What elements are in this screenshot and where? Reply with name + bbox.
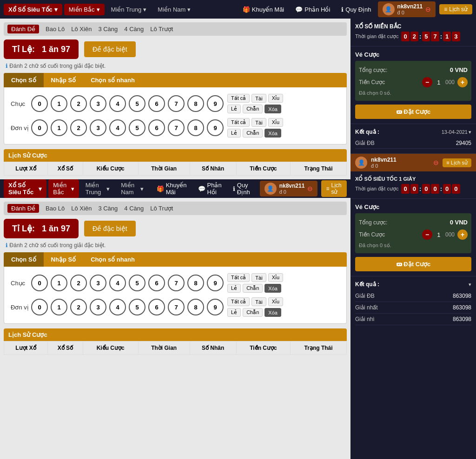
minus-btn-2[interactable]: −: [422, 230, 432, 240]
chuc2-tat-ca[interactable]: Tất cả: [227, 273, 250, 282]
history-button-2[interactable]: ≡ Lịch sử: [321, 180, 347, 197]
chuc2-xoa[interactable]: Xóa: [264, 284, 281, 293]
chuc-tat-ca[interactable]: Tất cả: [227, 94, 250, 103]
minus-btn-1[interactable]: −: [422, 77, 432, 87]
result-dropdown-2[interactable]: ▾: [469, 282, 471, 288]
remove-icon-2[interactable]: ⊖: [307, 185, 313, 192]
ball2-chuc-5[interactable]: 5: [129, 275, 145, 291]
nav2-khuyen-mai[interactable]: 🎁 Khuyến Mãi: [152, 179, 192, 198]
ball-dv-3[interactable]: 3: [90, 119, 106, 136]
chuc-xiu[interactable]: Xỉu: [268, 94, 283, 103]
plus-btn-2[interactable]: +: [457, 230, 468, 240]
ball2-chuc-8[interactable]: 8: [187, 275, 204, 291]
remove-icon[interactable]: ⊖: [425, 6, 431, 13]
ball-dv-7[interactable]: 7: [168, 119, 185, 136]
sub-nav-lo-xien[interactable]: Lô Xiên: [71, 26, 92, 33]
nav-quy-dinh[interactable]: ℹ Quy Định: [337, 4, 376, 15]
ball-dv-8[interactable]: 8: [187, 119, 204, 136]
ball-dv-5[interactable]: 5: [129, 119, 145, 136]
dv2-tai[interactable]: Tài: [251, 297, 266, 306]
sub-nav2-danh-de[interactable]: Đánh Đề: [7, 204, 39, 213]
chuc-xoa[interactable]: Xóa: [264, 105, 281, 113]
ball-chuc-5[interactable]: 5: [129, 95, 145, 112]
ball-chuc-7[interactable]: 7: [168, 95, 185, 112]
nav2-quy-dinh[interactable]: ℹ Quy Định: [228, 179, 258, 198]
sub-nav2-lo-xien[interactable]: Lô Xiên: [71, 205, 92, 212]
dv2-le[interactable]: Lẻ: [227, 308, 241, 317]
chuc2-chan[interactable]: Chẵn: [243, 284, 263, 293]
sub-nav-danh-de[interactable]: Đánh Đề: [7, 25, 39, 33]
ball2-dv-2[interactable]: 2: [70, 299, 87, 315]
ball2-chuc-3[interactable]: 3: [90, 275, 106, 291]
ball-dv-9[interactable]: 9: [207, 119, 224, 136]
sub-nav-bao-lo[interactable]: Bao Lô: [46, 26, 65, 33]
ball-dv-6[interactable]: 6: [148, 119, 165, 136]
dv-tat-ca[interactable]: Tất cả: [227, 118, 250, 127]
ball2-dv-6[interactable]: 6: [148, 299, 165, 315]
nav-khuyen-mai[interactable]: 🎁 Khuyến Mãi: [238, 4, 289, 15]
nav2-mien-nam[interactable]: Miền Nam ▾: [116, 179, 148, 198]
chuc2-xiu[interactable]: Xỉu: [268, 273, 283, 282]
ball2-chuc-6[interactable]: 6: [148, 275, 165, 291]
dv-le[interactable]: Lẻ: [227, 129, 241, 138]
ball-chuc-3[interactable]: 3: [90, 95, 106, 112]
ball2-chuc-9[interactable]: 9: [207, 275, 224, 291]
nav-mien-trung[interactable]: Miền Trung ▾: [106, 4, 152, 15]
sub-nav2-3cang[interactable]: 3 Càng: [98, 205, 118, 212]
ball2-dv-0[interactable]: 0: [31, 299, 48, 315]
ball-chuc-4[interactable]: 4: [109, 95, 126, 112]
result-date-1[interactable]: 13-04-2021 ▾: [442, 129, 471, 135]
ball-dv-2[interactable]: 2: [70, 119, 87, 136]
nav-phan-hoi[interactable]: 💬 Phản Hồi: [291, 4, 335, 15]
chuc2-tai[interactable]: Tài: [251, 273, 266, 282]
dv2-chan[interactable]: Chẵn: [243, 308, 263, 317]
ball-dv-0[interactable]: 0: [31, 119, 48, 136]
nav-brand-2[interactable]: Xổ Số Siêu Tốc ▾: [4, 179, 46, 198]
chuc2-le[interactable]: Lẻ: [227, 284, 241, 293]
remove-icon-rp2[interactable]: ⊖: [433, 159, 439, 166]
tab-nhap-so[interactable]: Nhập Số: [44, 73, 84, 87]
ball2-dv-7[interactable]: 7: [168, 299, 185, 315]
sub-nav2-bao-lo[interactable]: Bao Lô: [46, 205, 65, 212]
plus-btn-1[interactable]: +: [457, 77, 468, 87]
nav2-mien-bac[interactable]: Miền Bắc ▾: [48, 179, 79, 198]
ball2-chuc-7[interactable]: 7: [168, 275, 185, 291]
history-btn-rp2[interactable]: ≡ Lịch sử: [443, 158, 471, 167]
dat-cuoc-btn-2[interactable]: 🎟 Đặt Cược: [355, 257, 471, 271]
ball2-dv-4[interactable]: 4: [109, 299, 126, 315]
tab2-chon-so-nhanh[interactable]: Chọn số nhanh: [83, 252, 142, 267]
dv2-xiu[interactable]: Xỉu: [268, 297, 283, 306]
ball2-chuc-1[interactable]: 1: [51, 275, 67, 291]
ball2-dv-5[interactable]: 5: [129, 299, 145, 315]
chuc-tai[interactable]: Tài: [251, 94, 266, 103]
nav2-mien-trung[interactable]: Miền Trung ▾: [81, 179, 114, 198]
ball-chuc-0[interactable]: 0: [31, 95, 48, 112]
chuc-chan[interactable]: Chẵn: [243, 105, 263, 113]
sub-nav-3cang[interactable]: 3 Càng: [98, 26, 118, 33]
ball2-dv-9[interactable]: 9: [207, 299, 224, 315]
ball2-chuc-0[interactable]: 0: [31, 275, 48, 291]
ball-chuc-9[interactable]: 9: [207, 95, 224, 112]
dv-xiu[interactable]: Xỉu: [268, 118, 283, 127]
sub-nav-4cang[interactable]: 4 Càng: [124, 26, 144, 33]
dv-tai[interactable]: Tài: [251, 118, 266, 127]
dv-chan[interactable]: Chẵn: [243, 129, 263, 138]
nav-brand[interactable]: Xổ Số Siêu Tốc ▾: [4, 4, 62, 15]
special-bet-button-2[interactable]: Đề đặc biệt: [84, 221, 135, 236]
ball-chuc-8[interactable]: 8: [187, 95, 204, 112]
nav2-phan-hoi[interactable]: 💬 Phản Hồi: [193, 179, 226, 198]
chuc-le[interactable]: Lẻ: [227, 105, 241, 113]
ball-chuc-6[interactable]: 6: [148, 95, 165, 112]
sub-nav-lo-truot[interactable]: Lô Trượt: [150, 26, 173, 33]
tab2-nhap-so[interactable]: Nhập Số: [44, 252, 84, 267]
ball2-chuc-4[interactable]: 4: [109, 275, 126, 291]
ball-dv-1[interactable]: 1: [51, 119, 67, 136]
sub-nav2-4cang[interactable]: 4 Càng: [124, 205, 144, 212]
ball-chuc-1[interactable]: 1: [51, 95, 67, 112]
ball2-chuc-2[interactable]: 2: [70, 275, 87, 291]
nav-mien-bac[interactable]: Miền Bắc ▾: [64, 4, 105, 15]
history-button[interactable]: ≡ Lịch sử: [439, 4, 472, 14]
tab-chon-so[interactable]: Chọn Số: [4, 73, 44, 87]
tab2-chon-so[interactable]: Chọn Số: [4, 252, 44, 267]
dv-xoa[interactable]: Xóa: [264, 129, 281, 138]
